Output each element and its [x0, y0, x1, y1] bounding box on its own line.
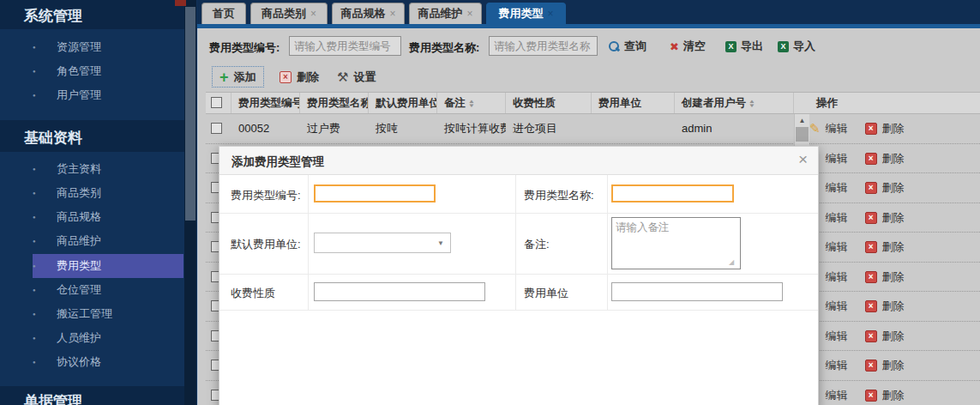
row-delete-icon: × [865, 182, 877, 194]
cell-code: 00052 [231, 114, 300, 144]
row-edit-button[interactable]: 编辑 [826, 329, 848, 344]
dialog-titlebar[interactable]: 添加费用类型管理 × [219, 147, 818, 175]
row-edit-button[interactable]: 编辑 [826, 210, 848, 226]
sidebar-item-goods-category[interactable]: ● 商品类别 [0, 181, 184, 205]
form-grid-line [219, 274, 818, 275]
tab-goods-spec[interactable]: 商品规格× [332, 3, 405, 24]
sidebar-item-agreement-price[interactable]: ● 协议价格 [0, 350, 184, 374]
row-edit-button[interactable]: 编辑 [826, 299, 848, 314]
sort-icon[interactable]: ▲▼ [749, 100, 755, 108]
export-button[interactable]: X 导出 [725, 38, 763, 55]
delete-box-icon: × [280, 71, 292, 83]
search-name-input[interactable] [489, 36, 598, 56]
row-delete-button[interactable]: 删除 [882, 358, 905, 373]
cell-name: 过户费 [300, 114, 369, 144]
tab-fee-type[interactable]: 费用类型× [486, 3, 566, 24]
plus-icon: + [219, 70, 229, 85]
delete-button[interactable]: × 删除 [273, 66, 326, 88]
sidebar-item-goods-spec[interactable]: ● 商品规格 [0, 205, 184, 229]
column-header-name[interactable]: 费用类型名称 [300, 93, 369, 113]
tab-goods-category[interactable]: 商品类别× [250, 3, 328, 24]
row-edit-button[interactable]: 编辑 [826, 151, 848, 166]
dialog-fee-unit-label: 费用单位 [524, 286, 568, 301]
row-delete-button[interactable]: 删除 [882, 329, 905, 344]
settings-icon: ⚒ [337, 70, 348, 85]
app-window: 系统管理 ● 资源管理 ● 角色管理 ● 用户管理 基础资料 ● 货主资料 ● … [0, 0, 980, 405]
sort-icon[interactable]: ▲▼ [469, 100, 474, 108]
tab-close-icon[interactable]: × [547, 8, 553, 20]
bullet-icon: ● [33, 181, 36, 205]
bullet-icon: ● [33, 278, 36, 302]
scroll-up-icon[interactable]: ▲ [795, 114, 809, 127]
row-delete-button[interactable]: 删除 [882, 180, 905, 196]
cell-default-unit: 按吨 [369, 114, 437, 144]
row-checkbox[interactable] [211, 123, 222, 134]
sidebar-item-porter-manage[interactable]: ● 搬运工管理 [0, 302, 184, 326]
bullet-icon: ● [33, 326, 36, 350]
dialog-default-unit-label: 默认费用单位: [231, 237, 301, 252]
row-actions: ✎ 编辑 × 删除 [809, 322, 905, 352]
select-all-checkbox[interactable] [211, 97, 222, 108]
tab-close-icon[interactable]: × [466, 8, 472, 20]
sidebar-item-warehouse-location[interactable]: ● 仓位管理 [0, 278, 184, 302]
cell-nature: 进仓项目 [506, 114, 592, 144]
import-button[interactable]: X 导入 [778, 38, 815, 55]
dialog-nature-input[interactable] [314, 282, 485, 301]
row-delete-button[interactable]: 删除 [882, 299, 905, 314]
column-header-remark[interactable]: 备注▲▼ [437, 93, 506, 113]
column-header-default-unit[interactable]: 默认费用单位 [369, 93, 437, 113]
query-button[interactable]: 查询 [609, 38, 646, 55]
tab-home[interactable]: 首页 [201, 3, 246, 24]
row-actions: ✎ 编辑 × 删除 [809, 292, 905, 322]
row-edit-button[interactable]: 编辑 [826, 239, 848, 255]
form-grid-line [515, 175, 516, 310]
dialog-code-input[interactable] [314, 184, 436, 202]
sidebar-item-owner-data[interactable]: ● 货主资料 [0, 157, 184, 181]
row-delete-icon: × [865, 241, 877, 253]
clear-button[interactable]: ✖ 清空 [670, 38, 706, 55]
row-delete-button[interactable]: 删除 [882, 388, 905, 403]
row-edit-button[interactable]: 编辑 [826, 121, 848, 136]
add-button[interactable]: + 添加 [212, 66, 264, 88]
row-edit-button[interactable]: 编辑 [826, 269, 848, 285]
excel-icon: X [725, 41, 737, 52]
row-delete-button[interactable]: 删除 [882, 121, 905, 136]
tab-close-icon[interactable]: × [310, 8, 316, 20]
sidebar-item-resources[interactable]: ● 资源管理 [0, 35, 184, 59]
row-edit-button[interactable]: 编辑 [826, 388, 848, 403]
close-icon[interactable]: × [798, 151, 808, 168]
resize-handle-icon[interactable]: ◢ [729, 258, 734, 266]
tab-close-icon[interactable]: × [389, 8, 395, 20]
clear-icon: ✖ [670, 40, 679, 53]
row-delete-button[interactable]: 删除 [882, 151, 905, 166]
sidebar-item-goods-maintain[interactable]: ● 商品维护 [0, 229, 184, 253]
table-scrollbar-thumb[interactable] [796, 127, 809, 142]
sidebar-item-personnel-maintain[interactable]: ● 人员维护 [0, 326, 184, 350]
column-header-code[interactable]: 费用类型编号 [231, 93, 300, 113]
sidebar-scrollbar-thumb[interactable] [185, 7, 195, 221]
sidebar-item-roles[interactable]: ● 角色管理 [0, 59, 184, 83]
row-delete-button[interactable]: 删除 [882, 239, 905, 255]
sidebar-item-users[interactable]: ● 用户管理 [0, 83, 184, 107]
dialog-code-label: 费用类型编号: [231, 188, 301, 203]
row-delete-icon: × [865, 390, 877, 402]
dialog-name-input[interactable] [611, 184, 734, 202]
dialog-default-unit-select[interactable]: ▼ [314, 233, 451, 253]
row-delete-button[interactable]: 删除 [882, 210, 905, 226]
row-edit-button[interactable]: 编辑 [826, 180, 848, 196]
tab-goods-maintain[interactable]: 商品维护× [409, 3, 482, 24]
row-actions: ✎ 编辑 × 删除 [809, 381, 905, 405]
sidebar-item-fee-type[interactable]: ● 费用类型 [33, 254, 183, 278]
settings-button[interactable]: ⚒ 设置 [330, 66, 382, 88]
dialog-remark-textarea[interactable] [611, 217, 741, 269]
bullet-icon: ● [33, 229, 36, 253]
search-code-input[interactable] [289, 36, 401, 56]
dialog-fee-unit-input[interactable] [611, 282, 783, 301]
row-delete-button[interactable]: 删除 [882, 269, 905, 285]
column-header-creator[interactable]: 创建者用户号▲▼ [675, 93, 794, 113]
column-header-fee-unit[interactable]: 费用单位 [592, 93, 675, 113]
row-delete-icon: × [865, 212, 877, 224]
column-header-nature[interactable]: 收费性质 [506, 93, 592, 113]
bullet-icon: ● [33, 205, 36, 229]
row-edit-button[interactable]: 编辑 [826, 358, 848, 373]
